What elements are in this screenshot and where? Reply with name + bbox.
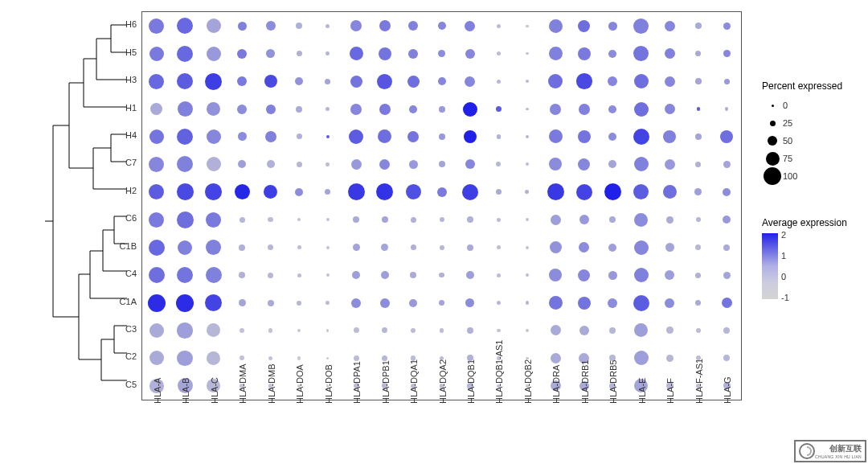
dot [497, 134, 502, 139]
dot [497, 301, 502, 306]
dot [297, 273, 301, 277]
dot [439, 300, 444, 306]
dot [696, 217, 701, 222]
dot [177, 73, 193, 89]
dot [354, 355, 359, 361]
dot [235, 184, 250, 199]
dot [149, 184, 164, 199]
dot [695, 162, 701, 167]
dot [350, 47, 363, 60]
row-label: H4 [125, 130, 137, 140]
dot [496, 106, 502, 112]
dot [723, 355, 730, 361]
dot [497, 80, 501, 84]
dot [549, 269, 562, 281]
dot [380, 298, 390, 308]
dot [268, 273, 273, 278]
dot [608, 105, 616, 113]
dot [326, 24, 330, 28]
dot [207, 351, 220, 365]
dot [633, 295, 649, 311]
row-label: C2 [125, 351, 137, 361]
row-label: H1 [125, 103, 137, 113]
dot [178, 101, 193, 117]
dot [326, 357, 330, 360]
dot [237, 105, 247, 114]
dot [351, 159, 362, 170]
dot [723, 272, 731, 279]
dot [497, 245, 501, 249]
dot [634, 351, 649, 365]
dot [526, 246, 529, 249]
dot [326, 107, 330, 111]
dot [665, 270, 674, 280]
dot [297, 51, 302, 56]
watermark-main: 创新互联 [815, 443, 862, 454]
dot [326, 135, 330, 138]
dot [722, 298, 732, 308]
dot [696, 328, 701, 333]
dot [633, 184, 649, 199]
dot [578, 158, 590, 170]
dot [268, 356, 273, 361]
dot [238, 22, 247, 31]
dot [207, 323, 220, 337]
dot [237, 49, 247, 59]
dot [695, 78, 702, 84]
dot [579, 215, 589, 224]
chart-container: Percent expressed 0255075100 Average exp… [0, 0, 868, 464]
dot [206, 212, 221, 228]
dot [465, 21, 475, 31]
dot [238, 132, 247, 141]
dot [609, 327, 616, 334]
dot [437, 187, 447, 197]
dot [350, 20, 362, 31]
dot [665, 298, 674, 308]
dot [295, 188, 303, 196]
dot [608, 22, 617, 31]
dot [725, 107, 728, 110]
dot [408, 49, 418, 59]
dot [377, 74, 392, 89]
dot [526, 329, 529, 332]
dot [206, 240, 221, 255]
dot [526, 301, 529, 304]
dot [633, 46, 649, 61]
dot [268, 244, 273, 250]
dot [547, 183, 564, 200]
dot [149, 240, 165, 256]
dot [634, 157, 649, 171]
dendrogram [6, 10, 135, 412]
dot [297, 133, 302, 139]
dot [297, 301, 301, 306]
dot [549, 296, 563, 310]
size-legend-row: 0 [762, 96, 842, 114]
dot [239, 272, 245, 278]
dot [409, 105, 417, 113]
size-legend-label: 50 [783, 136, 792, 146]
dot [266, 105, 276, 114]
size-legend-dot [770, 121, 776, 126]
watermark-logo-icon [799, 443, 815, 459]
dot [579, 104, 590, 115]
dot [149, 267, 165, 283]
dot [326, 246, 330, 249]
dot [268, 300, 274, 306]
dot [633, 18, 649, 34]
row-label: C4 [125, 269, 137, 278]
dot [206, 267, 222, 283]
dot [723, 23, 731, 30]
dot [177, 18, 193, 34]
dot [549, 158, 562, 170]
size-legend-dot [772, 105, 774, 107]
dot [297, 245, 301, 249]
dot [526, 135, 529, 138]
dot [438, 77, 446, 85]
dot [576, 73, 592, 89]
dot [149, 212, 164, 228]
dot [266, 21, 276, 31]
dot [297, 356, 301, 359]
dot [608, 160, 616, 168]
dot [264, 185, 277, 199]
dot [177, 211, 194, 228]
